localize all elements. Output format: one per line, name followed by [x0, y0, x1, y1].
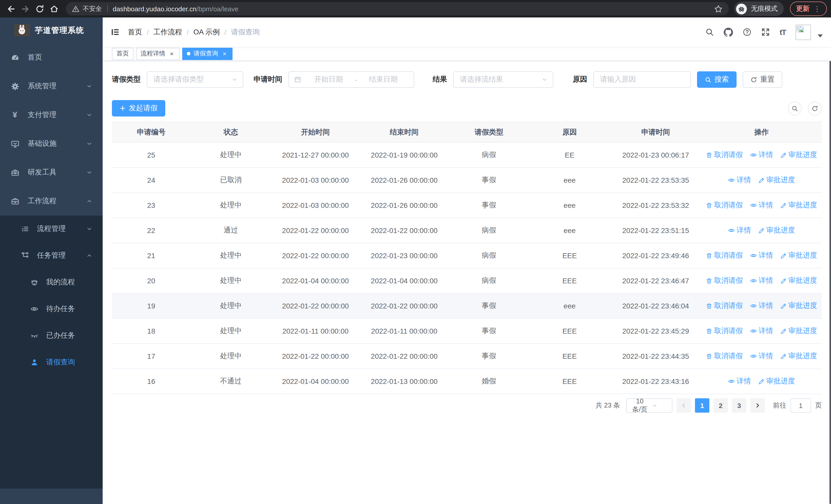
- cell-status: 处理中: [191, 142, 271, 168]
- sidebar-item-payment[interactable]: ¥ 支付管理: [0, 100, 103, 129]
- goto-page-input[interactable]: 1: [791, 398, 811, 413]
- page-button-1[interactable]: 1: [695, 398, 709, 413]
- detail-link[interactable]: 详情: [728, 377, 751, 386]
- monitor-icon: [10, 139, 20, 148]
- cell-end-time: 2022-01-22 00:00:00: [360, 344, 449, 369]
- sidebar-item-infrastructure[interactable]: 基础设施: [0, 129, 103, 158]
- cell-leave-type: 病假: [449, 142, 529, 168]
- detail-link[interactable]: 详情: [750, 150, 773, 159]
- detail-link[interactable]: 详情: [750, 200, 773, 210]
- search-button[interactable]: 搜索: [697, 71, 737, 88]
- browser-update-button[interactable]: 更新 ⋮: [790, 2, 827, 16]
- detail-link[interactable]: 详情: [750, 301, 773, 310]
- breadcrumb-oa-example[interactable]: OA 示例: [194, 27, 220, 37]
- help-icon[interactable]: [743, 28, 751, 36]
- approval-progress-link[interactable]: 审批进度: [780, 352, 817, 361]
- sidebar-subitem-done-tasks[interactable]: 已办任务: [0, 322, 103, 349]
- sidebar-subitem-task-management[interactable]: 任务管理: [0, 242, 103, 269]
- trash-icon: [706, 328, 712, 334]
- bookmark-star-icon[interactable]: [714, 4, 723, 13]
- cell-leave-type: 病假: [449, 243, 529, 268]
- approval-progress-link[interactable]: 审批进度: [780, 326, 817, 336]
- tab-process-detail[interactable]: 流程详情 ×: [136, 48, 180, 60]
- reload-icon[interactable]: [33, 2, 46, 16]
- cancel-leave-link[interactable]: 取消请假: [706, 251, 743, 260]
- approval-progress-link[interactable]: 审批进度: [780, 301, 817, 310]
- avatar[interactable]: [796, 24, 811, 40]
- prev-page-button[interactable]: [677, 398, 691, 413]
- approval-progress-link[interactable]: 审批进度: [780, 150, 817, 159]
- cell-end-time: 2022-01-22 00:00:00: [360, 293, 449, 319]
- sidebar-item-system[interactable]: 系统管理: [0, 72, 103, 100]
- reason-input[interactable]: 请输入原因: [593, 71, 691, 88]
- sidebar: 芋道管理系统 首页 系统管理 ¥ 支付管理: [0, 18, 103, 504]
- detail-link[interactable]: 详情: [750, 251, 773, 260]
- navbar: 首页 / 工作流程 / OA 示例 / 请假查询: [103, 18, 831, 47]
- sidebar-item-devtools[interactable]: 研发工具: [0, 158, 103, 187]
- sidebar-toggle-icon[interactable]: [111, 28, 120, 36]
- approval-progress-link[interactable]: 审批进度: [780, 201, 817, 210]
- page-button-3[interactable]: 3: [732, 398, 746, 413]
- show-search-button[interactable]: [788, 101, 802, 115]
- fullscreen-icon[interactable]: [761, 28, 770, 36]
- detail-link[interactable]: 详情: [750, 351, 773, 360]
- scrollbar-thumb[interactable]: [829, 19, 831, 504]
- cancel-leave-link[interactable]: 取消请假: [706, 201, 743, 210]
- approval-progress-link[interactable]: 审批进度: [758, 377, 795, 386]
- approval-progress-link[interactable]: 审批进度: [780, 251, 817, 260]
- sidebar-item-home[interactable]: 首页: [0, 43, 103, 72]
- page-content: 请假类型 请选择请假类型 申请时间 开始日期 - 结束日期 结果: [103, 61, 831, 504]
- detail-link[interactable]: 详情: [728, 175, 751, 184]
- search-icon[interactable]: [705, 28, 714, 36]
- create-leave-button[interactable]: 发起请假: [112, 100, 165, 117]
- eye-open-icon: [30, 305, 39, 313]
- cancel-leave-link[interactable]: 取消请假: [706, 352, 743, 361]
- cancel-leave-link[interactable]: 取消请假: [706, 276, 743, 285]
- sidebar-item-workflow[interactable]: 工作流程: [0, 187, 103, 215]
- tab-home[interactable]: 首页: [112, 48, 134, 60]
- leave-type-select[interactable]: 请选择请假类型: [147, 71, 243, 88]
- apply-time-range-picker[interactable]: 开始日期 - 结束日期: [288, 71, 414, 88]
- url-bar[interactable]: 不安全 dashboard.yudao.iocoder.cn/bpm/oa/le…: [66, 2, 729, 16]
- forward-icon[interactable]: [19, 2, 32, 16]
- page-size-select[interactable]: 10条/页: [626, 398, 672, 413]
- close-icon[interactable]: ×: [168, 50, 175, 57]
- avatar-dropdown-caret[interactable]: [818, 34, 823, 37]
- browser-menu-icon[interactable]: ⋮: [813, 5, 821, 13]
- trash-icon: [706, 353, 712, 359]
- page-button-2[interactable]: 2: [713, 398, 728, 413]
- sidebar-subitem-todo-tasks[interactable]: 待办任务: [0, 296, 103, 322]
- breadcrumb-workflow[interactable]: 工作流程: [153, 27, 182, 37]
- sidebar-subitem-process-management[interactable]: 流程管理: [0, 215, 103, 242]
- result-select[interactable]: 请选择流结果: [453, 71, 553, 88]
- close-icon[interactable]: ×: [221, 50, 228, 57]
- approval-progress-link[interactable]: 审批进度: [758, 176, 795, 185]
- detail-link[interactable]: 详情: [728, 226, 751, 235]
- approval-progress-link[interactable]: 审批进度: [758, 226, 795, 235]
- cell-apply-time: 2022-01-22 23:49:46: [610, 243, 701, 268]
- cell-start-time: 2022-01-04 00:00:00: [271, 268, 360, 293]
- cancel-leave-link[interactable]: 取消请假: [706, 150, 743, 159]
- font-size-icon[interactable]: tT: [780, 28, 786, 36]
- sidebar-subitem-leave-query[interactable]: 请假查询: [0, 349, 103, 376]
- cancel-leave-link[interactable]: 取消请假: [706, 301, 743, 310]
- github-icon[interactable]: [724, 27, 733, 37]
- detail-link[interactable]: 详情: [750, 326, 773, 335]
- total-count: 共 23 条: [596, 401, 620, 410]
- breadcrumb-home[interactable]: 首页: [128, 27, 142, 37]
- cancel-leave-link[interactable]: 取消请假: [706, 326, 743, 336]
- approval-progress-link[interactable]: 审批进度: [780, 276, 817, 285]
- back-icon[interactable]: [4, 2, 18, 16]
- app-logo[interactable]: 芋道管理系统: [0, 18, 103, 43]
- refresh-table-button[interactable]: [808, 101, 822, 115]
- table-header-row: 申请编号 状态 开始时间 结束时间 请假类型 原因 申请时间 操作: [112, 122, 822, 142]
- tab-leave-query[interactable]: 请假查询 ×: [182, 48, 232, 60]
- home-icon[interactable]: [47, 2, 61, 16]
- eye-icon: [750, 327, 757, 334]
- cell-leave-type: 事假: [449, 319, 529, 344]
- reset-button[interactable]: 重置: [743, 71, 782, 88]
- detail-link[interactable]: 详情: [750, 276, 773, 285]
- sidebar-subitem-my-process[interactable]: 我的流程: [0, 269, 103, 296]
- next-page-button[interactable]: [750, 398, 765, 413]
- cell-request-id: 21: [112, 243, 191, 268]
